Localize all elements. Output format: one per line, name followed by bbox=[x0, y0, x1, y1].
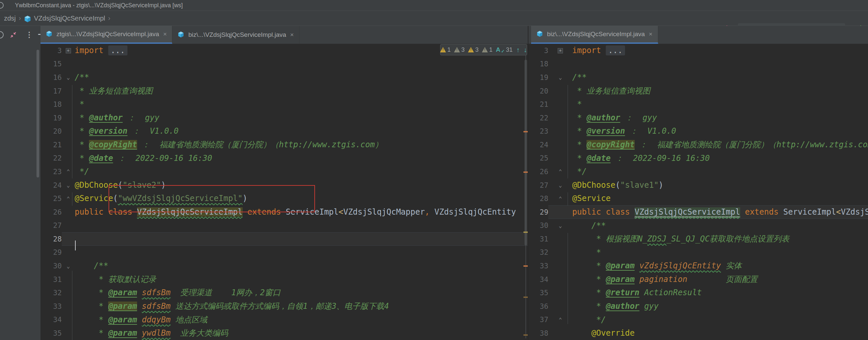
tool-window-scrollbar[interactable] bbox=[36, 50, 39, 177]
line-number[interactable]: 30 bbox=[540, 221, 548, 230]
code-line[interactable]: 32 * bbox=[528, 246, 868, 260]
fold-marker[interactable]: ⌄ bbox=[62, 264, 75, 268]
line-number[interactable]: 21 bbox=[53, 141, 62, 149]
line-number[interactable]: 18 bbox=[53, 100, 62, 108]
fold-marker[interactable]: ⌃ bbox=[62, 169, 75, 174]
code-line[interactable]: 29 bbox=[40, 246, 528, 260]
error-stripe-mark[interactable] bbox=[523, 265, 528, 267]
code-line[interactable]: 26⌃ */ bbox=[528, 165, 868, 178]
code-line[interactable]: 20 * @version ： V1.0.0 bbox=[40, 125, 528, 138]
tab-close-icon[interactable]: × bbox=[163, 31, 167, 38]
line-number[interactable]: 29 bbox=[540, 208, 548, 216]
fold-expand-icon[interactable]: + bbox=[558, 48, 563, 54]
line-number[interactable]: 27 bbox=[53, 221, 62, 230]
breadcrumb-class[interactable]: VZdsjSlqjQcServiceImpl bbox=[34, 14, 105, 22]
code-line[interactable]: 19⌄/** bbox=[528, 71, 868, 84]
inspection-item[interactable]: 1 bbox=[482, 46, 493, 54]
line-number[interactable]: 30 bbox=[53, 262, 62, 270]
line-number[interactable]: 33 bbox=[53, 302, 62, 310]
code-line[interactable]: 33 * @param vZdsjSlqjQcEntity 实体 bbox=[528, 259, 868, 273]
line-number[interactable]: 23 bbox=[53, 168, 62, 176]
line-number[interactable]: 21 bbox=[540, 100, 548, 108]
code-line[interactable]: 19 * @author ： gyy bbox=[40, 111, 528, 125]
inspection-item[interactable]: A✓31 bbox=[496, 46, 513, 54]
fold-marker[interactable]: ⌃ bbox=[548, 317, 572, 322]
code-line[interactable]: 28⌃@Service bbox=[528, 192, 868, 205]
tab-close-icon[interactable]: × bbox=[649, 31, 653, 38]
line-number[interactable]: 25 bbox=[540, 154, 548, 162]
code-line[interactable]: 23 * @version ： V1.0.0 bbox=[528, 125, 868, 138]
inspection-item[interactable]: 3 bbox=[468, 46, 478, 54]
editor-tab[interactable]: biz\...\VZdsjSlqjQcServiceImpl.java× bbox=[172, 26, 300, 44]
line-number[interactable]: 31 bbox=[540, 235, 548, 243]
fold-marker[interactable]: ⌃ bbox=[62, 196, 75, 201]
code-line[interactable]: 23⌃ */ bbox=[40, 165, 528, 178]
fold-marker[interactable]: ⌄ bbox=[548, 223, 572, 228]
fold-marker[interactable]: + bbox=[548, 48, 572, 54]
line-number[interactable]: 3 bbox=[544, 46, 548, 55]
code-line[interactable]: 34 * @param pagination 页面配置 bbox=[528, 273, 868, 286]
code-line[interactable]: 22 * @author ： gyy bbox=[528, 111, 868, 125]
code-line[interactable]: 30⌄ /** bbox=[528, 219, 868, 233]
line-number[interactable]: 26 bbox=[540, 168, 548, 176]
line-number[interactable]: 34 bbox=[53, 315, 62, 324]
code-line[interactable]: 32 * @param sdfsBm 受理渠道 1网办，2窗口 bbox=[40, 286, 528, 300]
line-number[interactable]: 29 bbox=[53, 248, 62, 257]
fold-expand-icon[interactable]: + bbox=[66, 48, 71, 54]
line-number[interactable]: 24 bbox=[540, 141, 548, 149]
code-line[interactable]: 18 bbox=[528, 57, 868, 71]
scrollbar-thumb[interactable] bbox=[524, 60, 527, 245]
code-line[interactable]: 30⌄ /** bbox=[40, 259, 528, 273]
line-number[interactable]: 36 bbox=[540, 302, 548, 310]
error-stripe-mark[interactable] bbox=[523, 334, 528, 336]
code-line[interactable]: 24 * @copyRight ： 福建省地质测绘院（厦门分院）（http://… bbox=[528, 138, 868, 151]
code-line[interactable]: 29public class VZdsjSlqjQcServiceImpl ex… bbox=[528, 205, 868, 219]
code-line[interactable]: 17 * 业务短信查询视图 bbox=[40, 84, 528, 98]
code-line[interactable]: 37⌃ */ bbox=[528, 313, 868, 327]
code-line[interactable]: 31 * 获取默认记录 bbox=[40, 273, 528, 286]
fold-marker[interactable]: ⌄ bbox=[62, 183, 75, 188]
line-number[interactable]: 20 bbox=[53, 127, 62, 135]
code-line[interactable]: 3+import ... bbox=[528, 44, 868, 57]
tab-close-icon[interactable]: × bbox=[290, 31, 294, 38]
fold-marker[interactable]: + bbox=[62, 48, 75, 54]
code-line[interactable]: 31 * 根据视图N_ZDSJ_SL_QJ_QC获取取件地点设置列表 bbox=[528, 232, 868, 246]
code-line[interactable]: 38 @Override bbox=[528, 327, 868, 340]
code-line[interactable]: 35 * @return ActionResult bbox=[528, 286, 868, 300]
code-line[interactable]: 22 * @date ： 2022-09-16 16:30 bbox=[40, 151, 528, 165]
line-number[interactable]: 27 bbox=[540, 181, 548, 190]
code-line[interactable]: 27⌄@DbChoose("slave1") bbox=[528, 178, 868, 192]
editor-tab[interactable]: ztgis\...\VZdsjSlqjQcServiceImpl.java× bbox=[40, 26, 172, 44]
code-line[interactable]: 35 * @param ywdlBm 业务大类编码 bbox=[40, 327, 528, 340]
previous-problem-arrow-icon[interactable]: ↑ bbox=[516, 46, 520, 54]
line-number[interactable]: 33 bbox=[540, 262, 548, 270]
line-number[interactable]: 34 bbox=[540, 275, 548, 283]
line-number[interactable]: 38 bbox=[540, 329, 548, 337]
error-stripe-mark[interactable] bbox=[523, 232, 528, 233]
fold-marker[interactable]: ⌄ bbox=[62, 75, 75, 79]
fold-marker[interactable]: ⌄ bbox=[548, 183, 572, 188]
code-line[interactable]: 21 * bbox=[528, 98, 868, 111]
inspection-item[interactable]: 3 bbox=[454, 46, 465, 54]
code-line[interactable]: 34 * @param ddqyBm 地点区域 bbox=[40, 313, 528, 327]
line-number[interactable]: 37 bbox=[540, 315, 548, 324]
editor-tab[interactable]: biz\...\VZdsjSlqjQcServiceImpl.java× bbox=[531, 26, 658, 44]
fold-marker[interactable]: ⌃ bbox=[548, 196, 572, 201]
line-number[interactable]: 19 bbox=[53, 114, 62, 122]
tool-window-gear-icon[interactable] bbox=[0, 31, 4, 38]
kebab-menu-icon[interactable]: ⋮ bbox=[26, 31, 33, 39]
line-number[interactable]: 23 bbox=[540, 127, 548, 135]
line-number[interactable]: 28 bbox=[53, 235, 62, 243]
inspections-widget[interactable]: 1331A✓31↑↓ bbox=[440, 44, 527, 56]
line-number[interactable]: 25 bbox=[53, 194, 62, 203]
line-number[interactable]: 22 bbox=[540, 114, 548, 122]
code-line[interactable]: 25 * @date ： 2022-09-16 16:30 bbox=[528, 151, 868, 165]
code-line[interactable]: 36 * @author gyy bbox=[528, 300, 868, 313]
collapse-arrows-icon[interactable] bbox=[10, 31, 17, 38]
code-line[interactable]: 15 bbox=[40, 57, 528, 71]
next-problem-arrow-icon[interactable]: ↓ bbox=[523, 46, 527, 54]
code-line[interactable]: 16⌄/** bbox=[40, 71, 528, 84]
line-number[interactable]: 28 bbox=[540, 194, 548, 203]
line-number[interactable]: 32 bbox=[540, 248, 548, 257]
line-number[interactable]: 22 bbox=[53, 154, 62, 162]
